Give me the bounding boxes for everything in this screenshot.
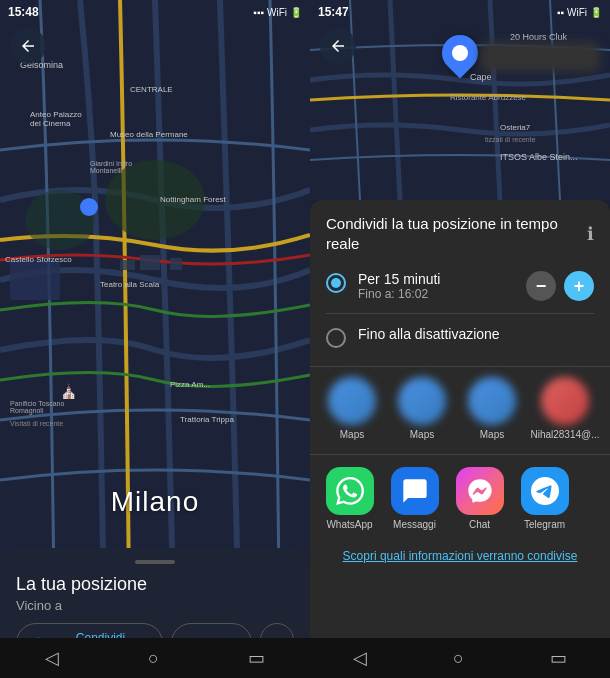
map-label-castello: Castello Sforzesco xyxy=(5,255,72,264)
map-label-visitati: Visitati di recente xyxy=(10,420,63,427)
time-right: 15:47 xyxy=(318,5,349,19)
map-label-pizza: Pizza Am... xyxy=(170,380,210,389)
battery-icon: 🔋 xyxy=(290,7,302,18)
contact-label-3: Maps xyxy=(480,429,504,440)
radio-until-disabled[interactable] xyxy=(326,328,346,348)
nav-bar-right: ◁ ○ ▭ xyxy=(310,638,610,678)
app-label-whatsapp: WhatsApp xyxy=(326,519,372,530)
decrease-time-button[interactable]: − xyxy=(526,271,556,301)
svg-rect-5 xyxy=(170,258,182,270)
svg-rect-6 xyxy=(10,260,60,300)
time-option-15min[interactable]: Per 15 minuti Fino a: 16:02 − + xyxy=(326,263,594,309)
time-options: Per 15 minuti Fino a: 16:02 − + Fino all… xyxy=(310,263,610,366)
radio-15min[interactable] xyxy=(326,273,346,293)
app-item-messaggi[interactable]: Messaggi xyxy=(387,467,442,530)
time-text-disabled: Fino alla disattivazione xyxy=(358,326,594,342)
app-label-messaggi: Messaggi xyxy=(393,519,436,530)
map-label-nottingham: Nottingham Forest xyxy=(160,195,226,204)
map-label-panificio: Panificio ToscanoRomagnoli xyxy=(10,400,64,414)
contact-item-3[interactable]: Maps xyxy=(462,377,522,440)
contact-label-1: Maps xyxy=(340,429,364,440)
app-item-telegram[interactable]: Telegram xyxy=(517,467,572,530)
contact-item-2[interactable]: Maps xyxy=(392,377,452,440)
status-icons-left: ▪▪▪ WiFi 🔋 xyxy=(253,7,302,18)
app-item-chat[interactable]: Chat xyxy=(452,467,507,530)
app-label-chat: Chat xyxy=(469,519,490,530)
san-lorenzo-icon: ⛪ xyxy=(60,383,77,399)
user-location-marker xyxy=(80,198,98,216)
telegram-icon xyxy=(521,467,569,515)
info-icon[interactable]: ℹ xyxy=(587,223,594,245)
map-label-trattoria: Trattoria Trippa xyxy=(180,415,234,424)
share-title: Condividi la tua posizione in tempo real… xyxy=(326,214,587,253)
time-left: 15:48 xyxy=(8,5,39,19)
status-icons-right: ▪▪ WiFi 🔋 xyxy=(557,7,602,18)
time-option-until-disabled[interactable]: Fino alla disattivazione xyxy=(326,318,594,356)
nav-recents-icon[interactable]: ▭ xyxy=(248,647,265,669)
location-pin xyxy=(442,35,478,71)
back-button-left[interactable] xyxy=(10,28,46,64)
map-label-anteo: Anteo Palazzodel Cinema xyxy=(30,110,82,128)
contacts-row: Maps Maps Maps Nihal28314@... xyxy=(310,367,610,450)
map-label-museo: Museo della Permane xyxy=(110,130,188,139)
nav-home-icon-right[interactable]: ○ xyxy=(453,648,464,669)
app-label-telegram: Telegram xyxy=(524,519,565,530)
time-text-15min: Per 15 minuti Fino a: 16:02 xyxy=(358,271,514,301)
share-panel: Condividi la tua posizione in tempo real… xyxy=(310,200,610,678)
messenger-icon xyxy=(456,467,504,515)
contact-label-4: Nihal28314@... xyxy=(530,429,599,440)
map-label-centrale: CENTRALE xyxy=(130,85,173,94)
discover-link[interactable]: Scopri quali informazioni verranno condi… xyxy=(310,538,610,576)
share-header: Condividi la tua posizione in tempo real… xyxy=(310,200,610,263)
divider xyxy=(326,313,594,314)
svg-rect-3 xyxy=(120,260,135,270)
nav-home-icon[interactable]: ○ xyxy=(148,648,159,669)
increase-time-button[interactable]: + xyxy=(564,271,594,301)
status-bar-left: 15:48 ▪▪▪ WiFi 🔋 xyxy=(0,0,310,24)
radio-inner-15min xyxy=(331,278,341,288)
wifi-icon-right: WiFi xyxy=(567,7,587,18)
status-bar-right: 15:47 ▪▪ WiFi 🔋 xyxy=(310,0,610,24)
messages-icon xyxy=(391,467,439,515)
contact-label-2: Maps xyxy=(410,429,434,440)
apps-row: WhatsApp Messaggi Chat xyxy=(310,459,610,538)
contact-name-blurred xyxy=(480,42,600,72)
svg-text:Ristorante Abruzzese: Ristorante Abruzzese xyxy=(450,93,527,102)
nav-back-icon-right[interactable]: ◁ xyxy=(353,647,367,669)
svg-text:Osteria7: Osteria7 xyxy=(500,123,531,132)
drag-handle[interactable] xyxy=(135,560,175,564)
svg-text:Cape: Cape xyxy=(470,72,492,82)
whatsapp-icon xyxy=(326,467,374,515)
pin-shape xyxy=(435,28,486,79)
apps-divider xyxy=(310,454,610,455)
map-label-giardini: Giardini IndroMontanelli xyxy=(90,160,132,174)
contact-item-1[interactable]: Maps xyxy=(322,377,382,440)
location-title: La tua posizione xyxy=(16,574,294,595)
svg-text:tizzati di recente: tizzati di recente xyxy=(485,136,536,143)
map-top-right: 20 Hours Cluk Cape Ristorante Abruzzese … xyxy=(310,0,610,200)
svg-text:ITSOS Albe Stein...: ITSOS Albe Stein... xyxy=(500,152,578,162)
location-subtitle: Vicino a xyxy=(16,598,294,613)
left-map-panel: 15:48 ▪▪▪ WiFi 🔋 Gelsomina CENTRALE Ante… xyxy=(0,0,310,678)
map-label-teatro: Teatro alla Scala xyxy=(100,280,159,289)
time-controls: − + xyxy=(526,271,594,301)
city-label-milano: Milano xyxy=(111,486,199,518)
svg-rect-4 xyxy=(140,255,160,270)
nav-bar-left: ◁ ○ ▭ xyxy=(0,638,310,678)
battery-icon-right: 🔋 xyxy=(590,7,602,18)
signal-icon-right: ▪▪ xyxy=(557,7,564,18)
wifi-icon: WiFi xyxy=(267,7,287,18)
app-item-whatsapp[interactable]: WhatsApp xyxy=(322,467,377,530)
back-button-right[interactable] xyxy=(320,28,356,64)
svg-text:20 Hours Cluk: 20 Hours Cluk xyxy=(510,32,568,42)
nav-back-icon[interactable]: ◁ xyxy=(45,647,59,669)
nav-recents-icon-right[interactable]: ▭ xyxy=(550,647,567,669)
signal-icon: ▪▪▪ xyxy=(253,7,264,18)
pin-inner xyxy=(452,45,468,61)
contact-item-4[interactable]: Nihal28314@... xyxy=(532,377,598,440)
discover-text[interactable]: Scopri quali informazioni verranno condi… xyxy=(343,549,578,563)
right-panel: 20 Hours Cluk Cape Ristorante Abruzzese … xyxy=(310,0,610,678)
